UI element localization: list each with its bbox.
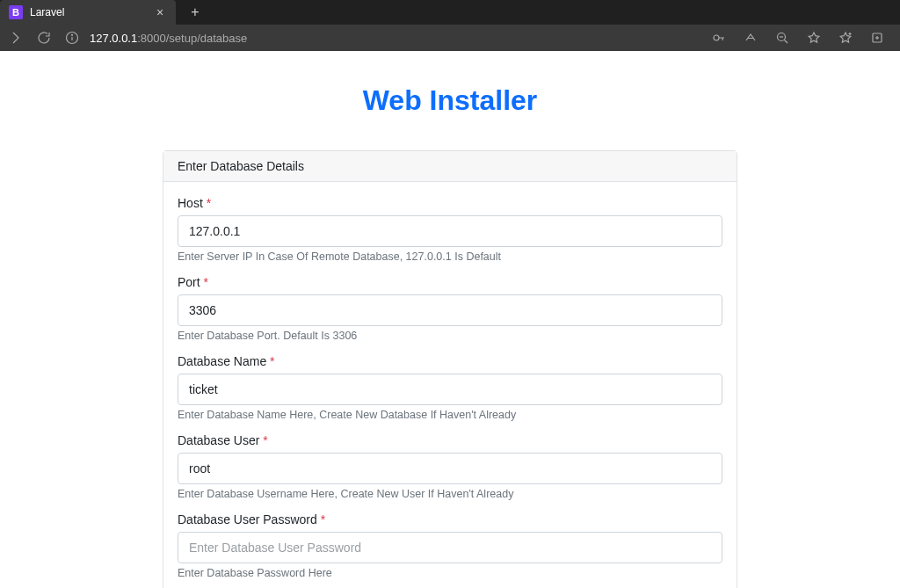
dbuser-helper: Enter Database Username Here, Create New… (178, 488, 722, 500)
host-label: Host * (178, 196, 211, 210)
card-body: Host * Enter Server IP In Case Of Remote… (163, 182, 737, 588)
toolbar-right (710, 31, 893, 45)
close-icon[interactable]: × (153, 5, 167, 19)
host-group: Host * Enter Server IP In Case Of Remote… (178, 195, 722, 263)
info-icon[interactable] (63, 31, 81, 45)
dbname-label: Database Name * (178, 354, 275, 368)
svg-point-3 (714, 35, 719, 40)
host-input[interactable] (178, 215, 722, 247)
dbuser-group: Database User * Enter Database Username … (178, 432, 722, 500)
browser-tab[interactable]: B Laravel × (0, 0, 176, 25)
page-title: Web Installer (363, 84, 538, 117)
port-input[interactable] (178, 294, 722, 326)
tab-bar: B Laravel × + (0, 0, 900, 25)
dbpass-input[interactable] (178, 532, 722, 563)
refresh-icon[interactable] (35, 31, 53, 45)
card-header: Enter Database Details (163, 151, 737, 182)
favorite-icon[interactable] (805, 31, 823, 45)
address-bar: 127.0.0.1:8000/setup/database (0, 25, 900, 51)
svg-point-2 (72, 34, 73, 35)
browser-chrome: B Laravel × + 127.0.0.1:8000/setup/datab… (0, 0, 900, 51)
favicon-icon: B (9, 5, 23, 19)
svg-line-5 (785, 40, 788, 44)
key-icon[interactable] (710, 31, 728, 45)
zoom-icon[interactable] (773, 31, 791, 45)
favorites-bar-icon[interactable] (837, 31, 854, 45)
tab-title: Laravel (30, 6, 146, 18)
dbuser-input[interactable] (178, 453, 722, 484)
dbpass-label: Database User Password * (178, 512, 325, 526)
dbname-group: Database Name * Enter Database Name Here… (178, 353, 722, 421)
collections-icon[interactable] (868, 31, 886, 45)
page-content: Web Installer Enter Database Details Hos… (0, 51, 900, 588)
dbuser-label: Database User * (178, 433, 268, 447)
port-label: Port * (178, 275, 208, 289)
dbname-helper: Enter Database Name Here, Create New Dat… (178, 409, 722, 421)
dbpass-helper: Enter Database Password Here (178, 567, 722, 579)
port-group: Port * Enter Database Port. Default Is 3… (178, 274, 722, 342)
forward-icon[interactable] (7, 31, 25, 45)
database-details-card: Enter Database Details Host * Enter Serv… (163, 150, 737, 588)
port-helper: Enter Database Port. Default Is 3306 (178, 330, 722, 342)
new-tab-button[interactable]: + (183, 4, 207, 20)
host-helper: Enter Server IP In Case Of Remote Databa… (178, 250, 722, 263)
dbname-input[interactable] (178, 374, 722, 405)
read-aloud-icon[interactable] (742, 31, 759, 45)
url-bar[interactable]: 127.0.0.1:8000/setup/database (63, 31, 700, 45)
url-text: 127.0.0.1:8000/setup/database (90, 32, 247, 45)
dbpass-group: Database User Password * Enter Database … (178, 512, 722, 579)
